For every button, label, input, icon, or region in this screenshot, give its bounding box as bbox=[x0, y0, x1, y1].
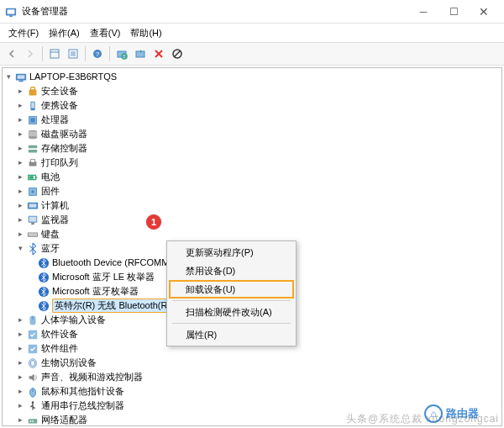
context-menu: 更新驱动程序(P) 禁用设备(D) 卸载设备(U) 扫描检测硬件改动(A) 属性… bbox=[166, 240, 297, 346]
printer-icon bbox=[27, 157, 39, 169]
collapse-icon[interactable]: ▾ bbox=[16, 244, 25, 253]
svg-rect-34 bbox=[29, 176, 34, 179]
expand-icon[interactable]: ▸ bbox=[16, 172, 25, 182]
annotation-1: 1 bbox=[146, 214, 161, 230]
category-node[interactable]: ▸处理器 bbox=[3, 113, 501, 127]
update-driver-button[interactable] bbox=[132, 45, 149, 62]
expand-icon[interactable]: ▸ bbox=[16, 315, 25, 325]
maximize-button[interactable]: ☐ bbox=[438, 0, 469, 24]
category-label: 打印队列 bbox=[41, 156, 78, 170]
menu-uninstall-device[interactable]: 卸载设备(U) bbox=[169, 280, 294, 299]
expand-icon[interactable]: ▸ bbox=[16, 387, 25, 396]
root-node[interactable]: ▾ LAPTOP-E3B6RTQS bbox=[3, 70, 501, 84]
menu-help[interactable]: 帮助(H) bbox=[127, 25, 165, 41]
category-label: 计算机 bbox=[41, 198, 69, 213]
menu-disable-device[interactable]: 禁用设备(D) bbox=[169, 262, 294, 280]
expand-icon[interactable]: ▸ bbox=[16, 129, 25, 139]
category-node[interactable]: ▸声音、视频和游戏控制器 bbox=[3, 370, 501, 384]
category-node[interactable]: ▸键盘 bbox=[3, 227, 501, 241]
category-label: 鼠标和其他指针设备 bbox=[41, 384, 124, 399]
category-node[interactable]: ▸监视器 bbox=[3, 213, 501, 227]
device-label: Microsoft 蓝牙 LE 枚举器 bbox=[52, 270, 155, 284]
scan-hardware-button[interactable] bbox=[113, 45, 130, 62]
computer-icon bbox=[27, 200, 39, 212]
category-node[interactable]: ▸电池 bbox=[3, 170, 501, 184]
help-button[interactable]: ? bbox=[89, 45, 106, 62]
expand-icon[interactable]: ▸ bbox=[16, 330, 25, 339]
expand-icon[interactable]: ▸ bbox=[16, 201, 25, 210]
firmware-icon bbox=[27, 186, 39, 198]
expand-icon[interactable]: ▸ bbox=[16, 115, 25, 124]
svg-line-15 bbox=[174, 50, 181, 57]
svg-rect-43 bbox=[29, 233, 38, 236]
category-label: 磁盘驱动器 bbox=[41, 127, 87, 141]
back-button[interactable] bbox=[3, 45, 20, 62]
computer-icon bbox=[15, 71, 27, 83]
menu-update-driver[interactable]: 更新驱动程序(P) bbox=[169, 243, 294, 262]
category-node[interactable]: ▸磁盘驱动器 bbox=[3, 127, 501, 141]
expand-icon[interactable]: ▸ bbox=[16, 101, 25, 110]
svg-rect-17 bbox=[18, 75, 25, 78]
category-label: 网络适配器 bbox=[41, 413, 87, 426]
show-hide-tree-button[interactable] bbox=[46, 45, 63, 62]
category-label: 生物识别设备 bbox=[41, 356, 97, 370]
category-node[interactable]: ▸打印队列 bbox=[3, 156, 501, 170]
expand-icon[interactable]: ▸ bbox=[16, 158, 25, 167]
expand-icon[interactable]: ▸ bbox=[16, 187, 25, 196]
usb-icon bbox=[27, 400, 39, 412]
category-label: 电池 bbox=[41, 170, 60, 184]
menu-action[interactable]: 操作(A) bbox=[45, 25, 83, 41]
svg-rect-33 bbox=[36, 177, 38, 178]
category-node[interactable]: ▸鼠标和其他指针设备 bbox=[3, 384, 501, 399]
watermark-site: 头条@系统总裁 xitongzongcai bbox=[346, 412, 499, 426]
sw-icon bbox=[27, 343, 39, 355]
menu-file[interactable]: 文件(F) bbox=[5, 25, 42, 41]
svg-point-27 bbox=[29, 135, 38, 139]
category-node[interactable]: ▸便携设备 bbox=[3, 98, 501, 113]
svg-text:?: ? bbox=[96, 50, 100, 58]
category-label: 处理器 bbox=[41, 113, 69, 127]
category-node[interactable]: ▸生物识别设备 bbox=[3, 356, 501, 370]
battery-icon bbox=[27, 172, 39, 183]
expand-icon[interactable]: ▸ bbox=[16, 415, 25, 425]
svg-point-53 bbox=[30, 360, 34, 366]
category-node[interactable]: ▸存储控制器 bbox=[3, 141, 501, 156]
svg-point-60 bbox=[32, 420, 34, 422]
category-node[interactable]: ▸安全设备 bbox=[3, 84, 501, 98]
category-label: 存储控制器 bbox=[41, 141, 87, 156]
expand-icon[interactable]: ▸ bbox=[16, 144, 25, 153]
svg-rect-38 bbox=[29, 203, 37, 207]
audio-icon bbox=[27, 372, 39, 383]
svg-rect-40 bbox=[29, 216, 37, 221]
expand-icon[interactable]: ▸ bbox=[16, 373, 25, 382]
expand-icon[interactable]: ▸ bbox=[16, 230, 25, 239]
expand-icon[interactable]: ▸ bbox=[16, 87, 25, 96]
category-label: 蓝牙 bbox=[41, 241, 60, 256]
forward-button[interactable] bbox=[22, 45, 39, 62]
menu-scan-hardware[interactable]: 扫描检测硬件改动(A) bbox=[169, 303, 294, 321]
close-button[interactable]: ✕ bbox=[469, 0, 499, 24]
category-label: 便携设备 bbox=[41, 98, 78, 113]
minimize-button[interactable]: ─ bbox=[408, 0, 438, 24]
bluetooth-device-icon bbox=[38, 300, 50, 312]
collapse-icon[interactable]: ▾ bbox=[4, 72, 13, 82]
bluetooth-device-icon bbox=[38, 257, 50, 269]
menubar: 文件(F) 操作(A) 查看(V) 帮助(H) bbox=[0, 24, 504, 42]
properties-button[interactable] bbox=[65, 45, 81, 62]
expand-icon[interactable]: ▸ bbox=[16, 358, 25, 367]
disk-icon bbox=[27, 129, 39, 140]
uninstall-device-button[interactable] bbox=[150, 45, 167, 62]
svg-rect-41 bbox=[31, 222, 34, 225]
category-node[interactable]: ▸计算机 bbox=[3, 198, 501, 213]
root-label: LAPTOP-E3B6RTQS bbox=[29, 70, 117, 84]
expand-icon[interactable]: ▸ bbox=[16, 344, 25, 353]
category-node[interactable]: ▸固件 bbox=[3, 184, 501, 198]
device-label: Microsoft 蓝牙枚举器 bbox=[52, 284, 139, 299]
expand-icon[interactable]: ▸ bbox=[16, 215, 25, 225]
monitor-icon bbox=[27, 214, 39, 226]
menu-separator bbox=[172, 300, 291, 301]
menu-properties[interactable]: 属性(R) bbox=[169, 325, 294, 344]
expand-icon[interactable]: ▸ bbox=[16, 401, 25, 410]
menu-view[interactable]: 查看(V) bbox=[87, 25, 124, 41]
disable-device-button[interactable] bbox=[169, 45, 186, 62]
